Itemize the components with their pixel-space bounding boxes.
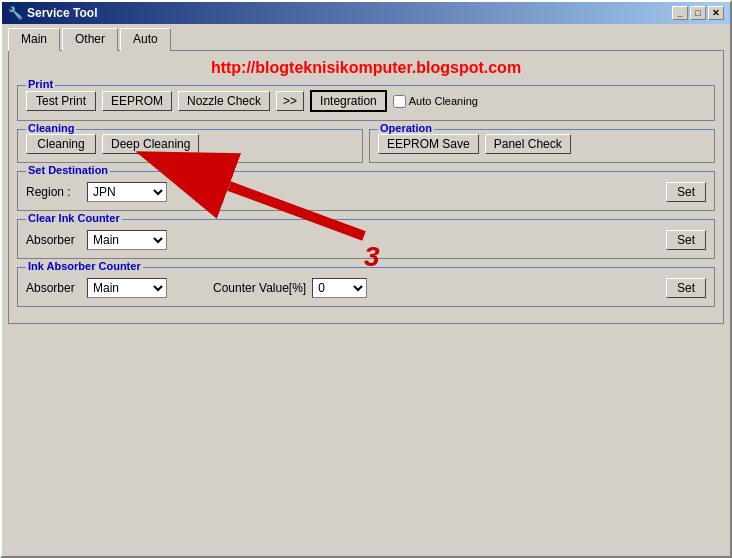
print-section-label: Print — [26, 78, 55, 90]
eeprom-button[interactable]: EEPROM — [102, 91, 172, 111]
auto-cleaning-label: Auto Cleaning — [393, 95, 478, 108]
main-content: Main Other Auto http://blogteknisikomput… — [2, 24, 730, 332]
set-destination-section: Set Destination Region : JPN USA EUR Set — [17, 171, 715, 211]
clear-ink-absorber-select[interactable]: Main Sub All — [87, 230, 167, 250]
auto-cleaning-checkbox[interactable] — [393, 95, 406, 108]
cleaning-buttons: Cleaning Deep Cleaning — [26, 134, 354, 154]
region-label: Region : — [26, 185, 81, 199]
ink-absorber-row: Absorber Main Sub All Counter Value[%] 0… — [26, 278, 706, 298]
clear-ink-absorber-label: Absorber — [26, 233, 81, 247]
operation-section: Operation EEPROM Save Panel Check — [369, 129, 715, 163]
set-destination-button[interactable]: Set — [666, 182, 706, 202]
operation-buttons: EEPROM Save Panel Check — [378, 134, 706, 154]
cleaning-operation-row: Cleaning Cleaning Deep Cleaning Operatio… — [17, 129, 715, 163]
clear-ink-section: Clear Ink Counter Absorber Main Sub All … — [17, 219, 715, 259]
minimize-button[interactable]: _ — [672, 6, 688, 20]
integration-button[interactable]: Integration — [310, 90, 387, 112]
set-destination-label: Set Destination — [26, 164, 110, 176]
tab-bar: Main Other Auto — [8, 28, 724, 51]
ink-absorber-section: Ink Absorber Counter Absorber Main Sub A… — [17, 267, 715, 307]
clear-ink-row: Absorber Main Sub All Set — [26, 230, 706, 250]
test-print-button[interactable]: Test Print — [26, 91, 96, 111]
arrow-button[interactable]: >> — [276, 91, 304, 111]
ink-absorber-absorber-label: Absorber — [26, 281, 81, 295]
clear-ink-set-button[interactable]: Set — [666, 230, 706, 250]
title-bar-buttons: _ □ ✕ — [672, 6, 724, 20]
tab-auto[interactable]: Auto — [120, 28, 171, 51]
tab-main[interactable]: Main — [8, 28, 60, 51]
operation-section-label: Operation — [378, 122, 434, 134]
print-buttons-row: Test Print EEPROM Nozzle Check >> Integr… — [26, 90, 706, 112]
blog-url: http://blogteknisikomputer.blogspot.com — [17, 59, 715, 77]
print-section: Print Test Print EEPROM Nozzle Check >> … — [17, 85, 715, 121]
counter-value-label: Counter Value[%] — [213, 281, 306, 295]
ink-absorber-label: Ink Absorber Counter — [26, 260, 143, 272]
region-select[interactable]: JPN USA EUR — [87, 182, 167, 202]
main-window: 🔧 Service Tool _ □ ✕ Main Other Auto htt… — [0, 0, 732, 558]
region-row: Region : JPN USA EUR Set — [26, 182, 706, 202]
panel-check-button[interactable]: Panel Check — [485, 134, 571, 154]
deep-cleaning-button[interactable]: Deep Cleaning — [102, 134, 199, 154]
cleaning-section: Cleaning Cleaning Deep Cleaning — [17, 129, 363, 163]
tab-content: http://blogteknisikomputer.blogspot.com … — [8, 50, 724, 324]
tab-other[interactable]: Other — [62, 28, 118, 51]
cleaning-section-label: Cleaning — [26, 122, 76, 134]
counter-value-select[interactable]: 0 10 20 50 100 — [312, 278, 367, 298]
nozzle-check-button[interactable]: Nozzle Check — [178, 91, 270, 111]
title-bar: 🔧 Service Tool _ □ ✕ — [2, 2, 730, 24]
title-bar-text: 🔧 Service Tool — [8, 6, 97, 20]
counter-value-group: Counter Value[%] 0 10 20 50 100 — [213, 278, 367, 298]
app-icon: 🔧 — [8, 6, 23, 20]
close-button[interactable]: ✕ — [708, 6, 724, 20]
ink-absorber-select[interactable]: Main Sub All — [87, 278, 167, 298]
maximize-button[interactable]: □ — [690, 6, 706, 20]
ink-absorber-set-button[interactable]: Set — [666, 278, 706, 298]
clear-ink-label: Clear Ink Counter — [26, 212, 122, 224]
cleaning-button[interactable]: Cleaning — [26, 134, 96, 154]
eeprom-save-button[interactable]: EEPROM Save — [378, 134, 479, 154]
